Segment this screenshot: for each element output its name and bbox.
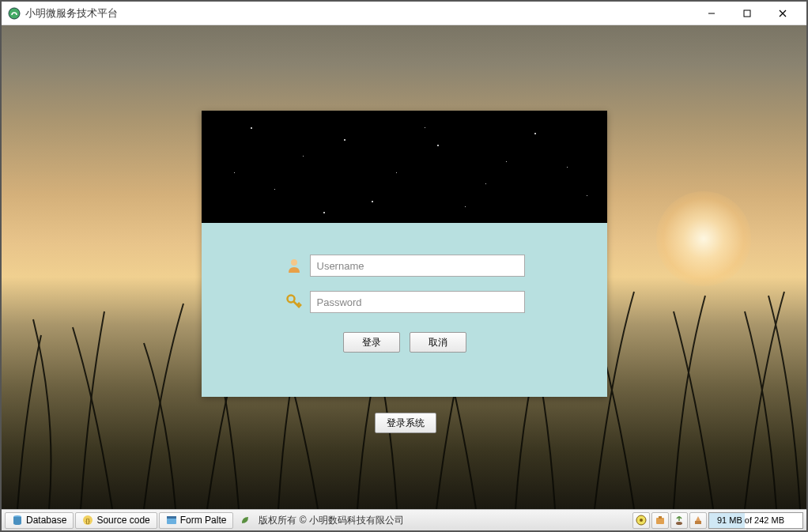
copyright-text: 版权所有 © 小明数码科技有限公司 [252,514,410,527]
svg-point-16 [676,522,682,525]
maximize-button[interactable] [729,2,765,25]
statusbar-item-label: Database [26,515,66,526]
database-icon [12,515,23,526]
window-title: 小明微服务技术平台 [25,6,693,21]
source-code-icon: {} [82,515,93,526]
titlebar: 小明微服务技术平台 [2,2,806,25]
login-panel: 登录 取消 [202,111,607,397]
password-input[interactable] [310,291,525,313]
svg-rect-14 [656,518,664,524]
statusbar-item-database[interactable]: Database [5,512,74,529]
svg-text:{}: {} [86,517,91,524]
svg-point-0 [9,8,20,19]
svg-rect-11 [167,516,176,519]
window-controls [693,2,800,25]
memory-text: 91 MB of 242 MB [717,515,784,525]
svg-rect-2 [744,10,750,17]
form-palette-icon [166,515,177,526]
svg-point-13 [640,519,643,522]
statusbar-tool-2[interactable] [651,512,669,529]
login-system-button[interactable]: 登录系统 [375,413,436,433]
login-button-row: 登录 取消 [343,332,466,353]
key-icon [285,292,304,311]
user-icon [285,256,304,275]
cancel-button[interactable]: 取消 [410,332,466,353]
statusbar-item-formpalette[interactable]: Form Palte [159,512,234,529]
sunset-background [656,191,751,286]
statusbar-tool-3[interactable] [670,512,688,529]
svg-point-5 [291,259,297,266]
statusbar-item-sourcecode[interactable]: {} Source code [75,512,157,529]
svg-rect-17 [695,521,701,524]
login-header-starfield [202,111,607,223]
leaf-icon [240,515,251,526]
statusbar-tool-1[interactable] [632,512,650,529]
minimize-button[interactable] [693,2,729,25]
content-area: 登录 取消 登录系统 [2,25,806,509]
close-button[interactable] [765,2,800,25]
username-row [285,255,525,277]
username-input[interactable] [310,255,525,277]
statusbar-item-label: Source code [96,515,149,526]
memory-indicator[interactable]: 91 MB of 242 MB [708,512,803,529]
statusbar: Database {} Source code Form Palte 版权所有 … [2,509,806,530]
svg-rect-15 [659,516,662,519]
app-icon [8,7,21,20]
login-body: 登录 取消 [202,223,607,368]
password-row [285,291,525,313]
statusbar-item-label: Form Palte [180,515,227,526]
statusbar-tool-4[interactable] [689,512,707,529]
login-button[interactable]: 登录 [343,332,400,353]
